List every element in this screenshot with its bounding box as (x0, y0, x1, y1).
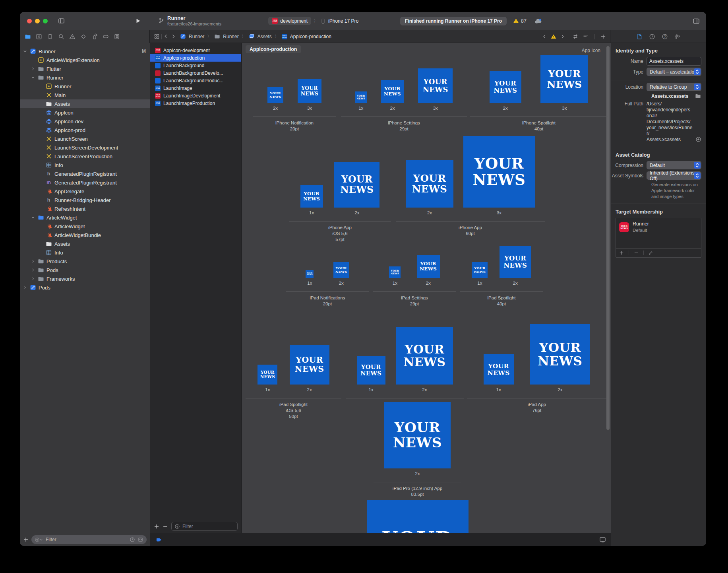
sidebar-item-generatedpluginregistrant[interactable]: hGeneratedPluginRegistrant (20, 169, 150, 178)
remove-asset-button[interactable] (163, 524, 168, 529)
sidebar-item-info[interactable]: Info (20, 248, 150, 257)
quick-help-inspector-icon[interactable]: ? (662, 33, 668, 40)
scheme-selector[interactable]: YOURNEWS development 〉 iPhone 17 Pro (268, 17, 358, 25)
canvas-scrollbar[interactable] (606, 46, 610, 430)
reveal-in-finder-icon[interactable] (695, 136, 701, 142)
attributes-inspector-icon[interactable] (674, 33, 681, 40)
app-icon-preview[interactable]: YOURNEWS (418, 68, 453, 103)
debug-navigator-icon[interactable] (91, 33, 98, 40)
edit-target-button[interactable] (649, 251, 653, 255)
breadcrumb-item[interactable]: AppIcon-production (290, 34, 331, 39)
sidebar-item-launchscreen[interactable]: LaunchScreen (20, 134, 150, 143)
asset-list-item[interactable]: LaunchBackgroundDevelo... (150, 69, 241, 77)
sidebar-item-launchscreenproduction[interactable]: LaunchScreenProduction (20, 152, 150, 161)
source-control-status-icon[interactable] (137, 537, 143, 542)
run-button[interactable] (135, 18, 141, 24)
asset-list-item[interactable]: YOURNEWSAppIcon-development (150, 47, 241, 54)
asset-symbols-dropdown[interactable]: Inherited (Extensions Off) (647, 171, 701, 180)
sidebar-item-generatedpluginregistrant[interactable]: mGeneratedPluginRegistrant (20, 178, 150, 187)
asset-filter-field[interactable]: Filter (171, 522, 238, 531)
app-icon-preview[interactable]: YOURNEWS (381, 80, 404, 103)
toggle-left-sidebar-icon[interactable] (58, 17, 65, 24)
asset-list-item[interactable]: YOURNEWSLaunchImageProduction (150, 99, 241, 107)
app-icon-preview[interactable]: YOURNEWS (472, 262, 488, 278)
sidebar-item-appdelegate[interactable]: AppDelegate (20, 187, 150, 196)
name-field[interactable]: Assets.xcassets (647, 57, 701, 66)
app-icon-preview[interactable]: YOURNEWS (540, 55, 588, 103)
sidebar-item-main[interactable]: Main (20, 91, 150, 99)
tests-navigator-icon[interactable] (80, 33, 87, 40)
location-dropdown[interactable]: Relative to Group (647, 83, 701, 91)
breakpoints-navigator-icon[interactable] (103, 33, 109, 40)
app-icon-preview[interactable]: YOURNEWS (389, 266, 401, 278)
source-control-navigator-icon[interactable] (36, 33, 42, 40)
sidebar-item-info[interactable]: Info (20, 161, 150, 169)
activity-status[interactable]: Finished running Runner on iPhone 17 Pro (400, 17, 507, 25)
sidebar-item-refreshintent[interactable]: RefreshIntent (20, 204, 150, 213)
app-icon-preview[interactable]: YOURNEWS (463, 136, 535, 208)
breadcrumb-item[interactable]: Assets (258, 34, 272, 39)
disclosure-down-icon[interactable] (31, 216, 37, 219)
app-icon-preview[interactable]: YOURNEWS (484, 354, 514, 385)
add-file-button[interactable] (23, 537, 29, 542)
target-row-runner[interactable]: YOURNEWS Runner Default (616, 218, 701, 236)
sidebar-item-articlewidgetbundle[interactable]: ArticleWidgetBundle (20, 231, 150, 239)
disclosure-right-icon[interactable] (31, 259, 37, 263)
disclosure-right-icon[interactable] (31, 67, 37, 71)
sidebar-item-assets[interactable]: Assets (20, 99, 150, 108)
asset-list-item[interactable]: LaunchBackground (150, 62, 241, 69)
recent-files-icon[interactable] (130, 537, 135, 542)
app-icon-preview[interactable]: YOURNEWS (500, 246, 531, 278)
app-icon-preview[interactable]: YOURNEWS (396, 327, 453, 385)
asset-list-item[interactable]: YOURNEWSLaunchImageDevelopment (150, 92, 241, 99)
add-editor-icon[interactable] (600, 34, 606, 39)
cloud-sync-icon[interactable] (534, 17, 542, 25)
file-inspector-icon[interactable] (636, 33, 643, 40)
app-icon-preview[interactable]: YOURNEWS (367, 500, 469, 533)
sidebar-item-articlewidget[interactable]: ArticleWidget (20, 222, 150, 231)
go-back-icon[interactable] (163, 34, 168, 39)
bookmarks-navigator-icon[interactable] (47, 33, 53, 40)
folder-icon[interactable] (695, 93, 701, 99)
sidebar-item-runner[interactable]: Runner (20, 73, 150, 82)
add-target-button[interactable] (619, 251, 624, 255)
app-icon-preview[interactable]: YOURNEWS (334, 162, 379, 208)
related-items-icon[interactable] (154, 33, 160, 39)
go-forward-icon[interactable] (171, 34, 176, 39)
app-icon-preview[interactable]: YOURNEWS (267, 87, 283, 103)
app-icon-preview[interactable]: YOURNEWS (258, 365, 277, 385)
toggle-right-inspector-icon[interactable] (693, 17, 700, 25)
disclosure-down-icon[interactable] (31, 76, 37, 80)
find-navigator-icon[interactable] (58, 33, 64, 40)
asset-list-item[interactable]: YOURNEWSAppIcon-production (150, 54, 241, 62)
app-icon-preview[interactable]: YOURNEWS (357, 356, 385, 385)
sidebar-item-launchscreendevelopment[interactable]: LaunchScreenDevelopment (20, 143, 150, 152)
add-asset-button[interactable] (154, 524, 159, 529)
asset-list-item[interactable]: YOURNEWSLaunchImage (150, 84, 241, 92)
app-icon-preview[interactable]: YOURNEWS (298, 79, 321, 103)
project-navigator-icon[interactable] (25, 33, 31, 40)
type-dropdown[interactable]: Default – assetcatalog (647, 68, 701, 76)
asset-type-tag-icon[interactable] (155, 537, 163, 543)
disclosure-down-icon[interactable] (23, 49, 29, 53)
app-icon-preview[interactable]: YOURNEWS (384, 402, 451, 468)
editor-options-icon[interactable] (583, 33, 589, 40)
app-icon-preview[interactable]: YOURNEWS (406, 160, 453, 208)
sidebar-item-frameworks[interactable]: Frameworks (20, 274, 150, 283)
sidebar-item-runner[interactable]: RunnerM (20, 47, 150, 56)
navigator-filter-field[interactable]: Filter (31, 535, 147, 544)
sidebar-item-runner[interactable]: Runner (20, 82, 150, 91)
app-icon-preview[interactable]: YOURNEWS (290, 345, 329, 385)
sidebar-item-flutter[interactable]: Flutter (20, 64, 150, 73)
breadcrumb-item[interactable]: Runner (189, 34, 204, 39)
app-icon-preview[interactable]: YOURNEWS (306, 270, 314, 278)
app-icon-preview[interactable]: YOURNEWS (490, 71, 521, 103)
sidebar-item-pods[interactable]: Pods (20, 266, 150, 274)
sidebar-item-appicon-prod[interactable]: AppIcon-prod (20, 126, 150, 134)
next-issue-icon[interactable] (560, 34, 565, 39)
sidebar-item-assets[interactable]: Assets (20, 239, 150, 248)
disclosure-right-icon[interactable] (31, 277, 37, 281)
disclosure-right-icon[interactable] (31, 268, 37, 272)
close-window-button[interactable] (27, 19, 32, 23)
sidebar-item-articlewidgetextension[interactable]: ArticleWidgetExtension (20, 56, 150, 64)
